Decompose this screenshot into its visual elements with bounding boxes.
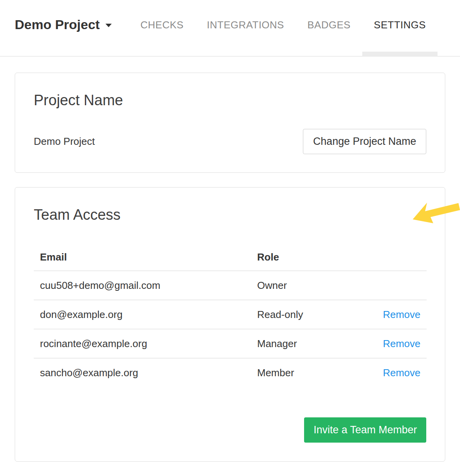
- member-role: Member: [251, 358, 341, 387]
- current-project-name: Demo Project: [34, 136, 95, 148]
- member-action: Remove: [341, 329, 427, 358]
- member-role: Manager: [251, 329, 341, 358]
- app-header: Demo Project CHECKS INTEGRATIONS BADGES …: [0, 0, 460, 57]
- tab-checks[interactable]: CHECKS: [129, 0, 195, 56]
- table-row: rocinante@example.org Manager Remove: [34, 329, 427, 358]
- member-email: rocinante@example.org: [34, 329, 251, 358]
- column-header-email: Email: [34, 244, 251, 271]
- team-access-card-title: Team Access: [34, 206, 426, 223]
- invite-team-member-button[interactable]: Invite a Team Member: [304, 417, 426, 443]
- project-name-card: Project Name Demo Project Change Project…: [15, 73, 445, 173]
- table-header-row: Email Role: [34, 244, 427, 271]
- chevron-down-icon: [105, 24, 112, 27]
- member-action: Remove: [341, 300, 427, 329]
- remove-link[interactable]: Remove: [383, 367, 420, 379]
- member-email: don@example.org: [34, 300, 251, 329]
- member-action: [341, 271, 427, 300]
- project-name-card-title: Project Name: [34, 92, 426, 109]
- member-email: cuu508+demo@gmail.com: [34, 271, 251, 300]
- member-action: Remove: [341, 358, 427, 387]
- nav-tabs: CHECKS INTEGRATIONS BADGES SETTINGS: [129, 0, 438, 56]
- remove-link[interactable]: Remove: [383, 309, 420, 320]
- project-switcher-label: Demo Project: [15, 17, 100, 32]
- project-switcher[interactable]: Demo Project: [15, 17, 112, 32]
- table-row: sancho@example.org Member Remove: [34, 358, 427, 387]
- column-header-action: [341, 244, 427, 271]
- column-header-role: Role: [251, 244, 341, 271]
- table-row: don@example.org Read-only Remove: [34, 300, 427, 329]
- invite-row: Invite a Team Member: [34, 417, 426, 443]
- remove-link[interactable]: Remove: [383, 338, 420, 349]
- change-project-name-button[interactable]: Change Project Name: [303, 129, 426, 154]
- member-role: Read-only: [251, 300, 341, 329]
- member-role: Owner: [251, 271, 341, 300]
- team-access-card: Team Access Email Role cuu508+demo@gmail…: [15, 187, 445, 462]
- member-email: sancho@example.org: [34, 358, 251, 387]
- tab-badges[interactable]: BADGES: [296, 0, 362, 56]
- tab-settings[interactable]: SETTINGS: [362, 0, 438, 56]
- project-name-row: Demo Project Change Project Name: [34, 129, 426, 154]
- table-row: cuu508+demo@gmail.com Owner: [34, 271, 427, 300]
- team-members-table: Email Role cuu508+demo@gmail.com Owner d…: [34, 244, 427, 387]
- tab-integrations[interactable]: INTEGRATIONS: [195, 0, 296, 56]
